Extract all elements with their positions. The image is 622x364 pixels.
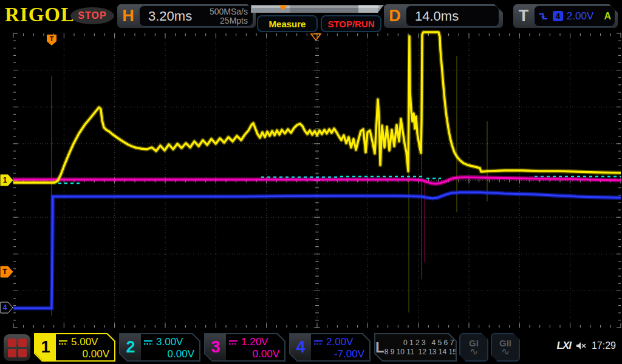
lxi-logo: LXI [557,340,571,352]
svg-text:T: T [50,35,54,42]
svg-text:4: 4 [3,303,7,312]
channel1-offset: 0.00V [58,348,109,360]
logic-channel-list: 0 1 2 3 4 5 6 78 9 10 11 12 13 14 15 [384,329,457,364]
channel1-number: 1 [35,334,56,360]
channel1-scale: 5.00V [71,336,98,348]
channel4-offset: -7.00V [313,348,364,360]
dc-coupling-icon [143,340,153,345]
svg-text:1: 1 [3,176,7,184]
svg-text:T: T [2,268,7,276]
channel2-offset: 0.00V [143,348,194,360]
dc-coupling-icon [313,340,323,345]
channel3-number: 3 [205,334,226,360]
channel1-status[interactable]: 1 5.00V 0.00V [34,333,115,362]
channel3-status[interactable]: 3 1.20V 0.00V [204,333,285,362]
channel3-scale: 1.20V [241,336,268,348]
channel4-number: 4 [290,334,311,360]
generator2-button[interactable]: GII ∿ [491,333,520,362]
logic-analyzer-status[interactable]: L 0 1 2 3 4 5 6 78 9 10 11 12 13 14 15 [374,333,457,362]
generator1-button[interactable]: GI ∿ [459,333,488,362]
channel2-number: 2 [120,334,141,360]
channel2-status[interactable]: 2 3.00V 0.00V [119,333,200,362]
menu-grid-icon [8,339,16,347]
channel2-scale: 3.00V [156,336,183,348]
sine-icon: ∿ [501,348,510,356]
channel3-offset: 0.00V [228,348,279,360]
channel4-scale: 2.00V [326,336,353,348]
sine-icon: ∿ [470,348,478,356]
channel4-status[interactable]: 4 2.00V -7.00V [289,333,371,362]
waveform-display[interactable]: T1T4 [0,0,622,364]
dc-coupling-icon [58,340,68,345]
speaker-muted-icon[interactable] [576,341,587,351]
oscilloscope-screen: RIGOL STOP H 3.20ms 500MSa/s 25Mpts Meas… [0,0,622,364]
menu-button[interactable] [4,334,30,361]
menu-grid-icon [18,349,27,357]
dc-coupling-icon [228,340,238,345]
logic-label: L [375,339,384,356]
menu-grid-icon [18,339,27,347]
clock: 17:29 [592,340,616,351]
menu-grid-icon [8,349,16,357]
